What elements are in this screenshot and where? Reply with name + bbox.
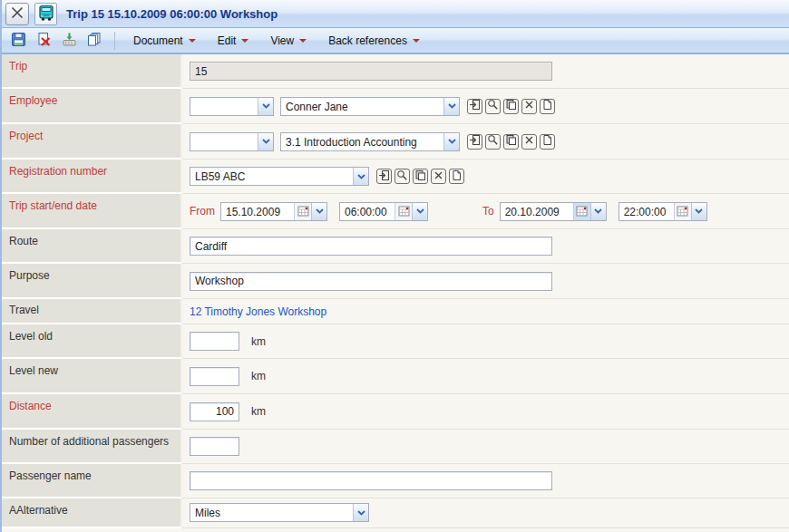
- toolbar-separator: [114, 32, 115, 50]
- project-lookup-buttons: [467, 134, 555, 150]
- paste-icon: [505, 134, 517, 149]
- trip-number-field: [190, 62, 552, 81]
- project-code-combobox[interactable]: [190, 132, 274, 151]
- new-doc-button[interactable]: [540, 134, 555, 150]
- menu-back-references[interactable]: Back references: [319, 31, 429, 51]
- level-new-field[interactable]: [190, 367, 239, 386]
- additional-passengers-label: Number of additional passengers: [2, 430, 182, 464]
- route-label: Route: [2, 229, 182, 264]
- chevron-down-icon[interactable]: [311, 203, 326, 220]
- level-old-field[interactable]: [190, 332, 239, 351]
- search-button[interactable]: [485, 99, 501, 114]
- registration-combobox[interactable]: LB59 ABC: [190, 167, 369, 186]
- distance-unit: km: [251, 405, 266, 418]
- close-button[interactable]: [5, 3, 29, 25]
- end-date-picker[interactable]: 20.10.2009: [500, 202, 607, 221]
- row-purpose: Purpose: [2, 264, 789, 299]
- clear-button[interactable]: [521, 134, 537, 150]
- toolbar: Document Edit View Back references: [2, 28, 789, 54]
- clear-icon: [433, 169, 444, 184]
- menu-view[interactable]: View: [261, 31, 316, 51]
- calendar-icon[interactable]: [294, 203, 311, 220]
- row-passenger-name: Passenger name: [2, 464, 789, 498]
- save-button[interactable]: [7, 30, 29, 52]
- chevron-down-icon[interactable]: [590, 203, 606, 220]
- level-new-unit: km: [251, 370, 266, 382]
- goto-icon: [378, 169, 390, 184]
- employee-code-combobox[interactable]: [190, 97, 274, 116]
- clear-icon: [523, 134, 535, 149]
- save-icon: [11, 32, 26, 50]
- new-doc-button[interactable]: [449, 169, 464, 184]
- bus-icon: [37, 4, 55, 24]
- paste-icon: [505, 99, 517, 113]
- route-field[interactable]: [190, 237, 552, 256]
- distance-field[interactable]: [190, 402, 239, 421]
- calendar-icon[interactable]: [573, 203, 590, 220]
- search-icon: [396, 169, 408, 184]
- chevron-down-icon[interactable]: [412, 203, 427, 220]
- employee-code-value: [190, 98, 258, 115]
- row-additional-passengers: Number of additional passengers: [2, 430, 789, 464]
- distance-label: Distance: [2, 394, 182, 430]
- chevron-down-icon: [189, 39, 196, 43]
- row-registration-number: Registration number LB59 ABC: [2, 160, 789, 194]
- alternative-label: AAlternative: [2, 498, 182, 528]
- chevron-down-icon[interactable]: [258, 98, 273, 115]
- window-title: Trip 15 15.10.2009 06:00:00 Workshop: [66, 7, 278, 21]
- copy-button[interactable]: [83, 30, 105, 52]
- menu-document[interactable]: Document: [124, 31, 205, 51]
- paste-button[interactable]: [503, 99, 519, 114]
- new-doc-icon: [541, 134, 553, 149]
- export-button[interactable]: [58, 30, 80, 52]
- goto-button[interactable]: [376, 169, 392, 184]
- additional-passengers-field[interactable]: [190, 437, 239, 456]
- start-time-value: 06:00:00: [340, 203, 394, 220]
- alternative-combobox[interactable]: Miles: [190, 503, 369, 522]
- search-icon: [487, 134, 499, 149]
- menu-edit[interactable]: Edit: [209, 31, 258, 51]
- calendar-icon[interactable]: [674, 203, 691, 220]
- start-date-picker[interactable]: 15.10.2009: [220, 202, 327, 221]
- clear-button[interactable]: [431, 169, 446, 184]
- trip-form-window: Trip 15 15.10.2009 06:00:00 Workshop: [0, 0, 789, 532]
- goto-icon: [469, 99, 481, 113]
- employee-name-combobox[interactable]: Conner Jane: [280, 97, 460, 116]
- goto-button[interactable]: [467, 134, 482, 150]
- new-doc-icon: [451, 169, 463, 184]
- row-project: Project 3.1 Introduction Accounting: [2, 124, 789, 160]
- end-time-picker[interactable]: 22:00:00: [619, 202, 707, 221]
- chevron-down-icon[interactable]: [691, 203, 706, 220]
- delete-icon: [36, 32, 52, 50]
- calendar-icon[interactable]: [394, 203, 412, 220]
- chevron-down-icon[interactable]: [258, 133, 273, 150]
- start-time-picker[interactable]: 06:00:00: [339, 202, 428, 221]
- registration-value: LB59 ABC: [190, 168, 353, 185]
- paste-button[interactable]: [413, 169, 428, 184]
- new-doc-button[interactable]: [540, 99, 555, 114]
- menu-view-label: View: [270, 34, 294, 47]
- search-button[interactable]: [485, 134, 501, 150]
- search-button[interactable]: [394, 169, 410, 184]
- clear-button[interactable]: [521, 99, 537, 114]
- travel-link[interactable]: 12 Timothy Jones Workshop: [190, 305, 326, 318]
- chevron-down-icon[interactable]: [443, 98, 459, 115]
- paste-button[interactable]: [503, 134, 519, 150]
- chevron-down-icon[interactable]: [353, 168, 368, 185]
- passenger-name-field[interactable]: [190, 471, 552, 490]
- menu-document-label: Document: [133, 34, 183, 47]
- project-name-value: 3.1 Introduction Accounting: [281, 133, 443, 150]
- chevron-down-icon: [241, 39, 248, 43]
- document-type-button[interactable]: [34, 3, 57, 25]
- end-date-value: 20.10.2009: [501, 203, 573, 220]
- chevron-down-icon[interactable]: [353, 504, 368, 521]
- chevron-down-icon[interactable]: [443, 133, 459, 150]
- goto-button[interactable]: [467, 99, 482, 114]
- titlebar: Trip 15 15.10.2009 06:00:00 Workshop: [2, 0, 789, 28]
- purpose-label: Purpose: [2, 264, 182, 299]
- delete-button[interactable]: [33, 30, 54, 52]
- export-icon: [62, 32, 77, 50]
- purpose-field[interactable]: [190, 272, 552, 291]
- to-label: To: [482, 205, 494, 218]
- project-name-combobox[interactable]: 3.1 Introduction Accounting: [280, 132, 460, 151]
